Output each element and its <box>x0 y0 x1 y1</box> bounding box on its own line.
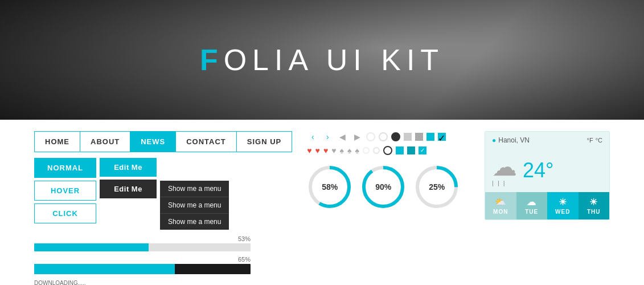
circle-empty-1[interactable] <box>366 132 375 141</box>
nav-signup[interactable]: SIGN UP <box>236 131 292 152</box>
edit-btn-2[interactable]: Edit Me <box>100 180 157 198</box>
state-hover[interactable]: HOVER <box>34 181 96 201</box>
circle-small-1[interactable] <box>363 147 370 154</box>
square-check[interactable]: ✓ <box>438 133 446 141</box>
state-click[interactable]: CLICK <box>34 203 96 223</box>
weather-main: ☁ | | | 24° <box>485 149 609 192</box>
square-dark-teal[interactable] <box>407 146 415 154</box>
edit-buttons: Edit Me Edit Me <box>100 158 157 198</box>
unit-f[interactable]: °F <box>587 137 593 144</box>
weather-cloud-section: ☁ | | | <box>492 154 517 186</box>
wed-sun-icon: ☀ <box>549 197 576 207</box>
circle-58-label: 58% <box>322 182 338 192</box>
unit-c[interactable]: °C <box>596 137 602 144</box>
circle-small-2[interactable] <box>373 147 380 154</box>
bar-65-track <box>34 264 251 274</box>
circle-25-label: 25% <box>429 182 445 192</box>
weather-thu[interactable]: ☀ THU <box>579 192 610 219</box>
nav-home[interactable]: HOME <box>34 131 80 152</box>
bar-65-fill <box>34 264 175 274</box>
circles-icons-col: ‹ › ◀ ▶ ✓ ♥ ♥ ♥ ♥ ♠ ♠ ♠ <box>307 131 460 210</box>
icon-set: ‹ › ◀ ▶ ✓ ♥ ♥ ♥ ♥ ♠ ♠ ♠ <box>307 131 460 155</box>
nav-contact[interactable]: CONTACT <box>175 131 236 152</box>
bar-53-label: 53% <box>34 235 251 242</box>
dropdown-menu: Show me a menu Show me a menu Show me a … <box>160 181 229 230</box>
mon-cloud-icon: ⛅ <box>487 197 514 207</box>
bar-65: 65% <box>34 256 251 274</box>
heart-down-2[interactable]: ♠ <box>347 146 351 155</box>
nav-buttons-row: HOME ABOUT NEWS CONTACT SIGN UP <box>34 131 292 152</box>
circle-25: 25% <box>414 164 460 210</box>
dropdown-item-1[interactable]: Show me a menu <box>160 181 229 197</box>
circle-58: 58% <box>307 164 352 210</box>
circle-empty-2[interactable] <box>379 132 388 141</box>
nav-and-states: HOME ABOUT NEWS CONTACT SIGN UP NORMAL H… <box>34 131 292 285</box>
temp-value: 24 <box>523 158 545 182</box>
components-area: HOME ABOUT NEWS CONTACT SIGN UP NORMAL H… <box>0 120 644 285</box>
circle-small-outline[interactable] <box>383 146 392 155</box>
location-pin-icon: ● <box>492 136 496 144</box>
weather-widget: ● Hanoi, VN °F °C ☁ | | | 24° ⛅ MON ☁ <box>485 131 610 220</box>
icons-row-2: ♥ ♥ ♥ ♥ ♠ ♠ ♠ ✓ <box>307 146 460 155</box>
chevron-left-icon[interactable]: ‹ <box>307 131 318 142</box>
weather-temperature: 24° <box>523 158 553 182</box>
bar-53: 53% <box>34 235 251 251</box>
hero-accent-letter: F <box>200 43 224 76</box>
heart-gray-1[interactable]: ♥ <box>331 146 336 155</box>
weather-wed[interactable]: ☀ WED <box>547 192 579 219</box>
weather-days-row: ⛅ MON ☁ TUE ☀ WED ☀ THU <box>485 192 609 219</box>
progress-circles: 58% 90% 25% <box>307 164 460 210</box>
nav-news[interactable]: NEWS <box>130 131 175 152</box>
day-mon: MON <box>493 209 508 215</box>
square-gray[interactable] <box>404 133 412 141</box>
temp-degree: ° <box>545 158 553 182</box>
state-buttons: NORMAL HOVER CLICK <box>34 158 96 223</box>
chevron-right-icon[interactable]: › <box>322 131 333 142</box>
tue-cloud-icon: ☁ <box>519 197 545 207</box>
state-normal[interactable]: NORMAL <box>34 158 96 178</box>
hero-title: FOLIA UI KIT <box>200 43 444 77</box>
weather-location-text: Hanoi, VN <box>498 136 530 144</box>
arrow-right-icon[interactable]: ▶ <box>351 131 363 142</box>
arrow-left-icon[interactable]: ◀ <box>337 131 348 142</box>
download-label: DOWNLOADING..... <box>34 280 251 285</box>
day-wed: WED <box>555 209 570 215</box>
dropdown-item-3[interactable]: Show me a menu <box>160 214 229 230</box>
day-tue: TUE <box>525 209 538 215</box>
dropdown-item-2[interactable]: Show me a menu <box>160 197 229 214</box>
weather-mon[interactable]: ⛅ MON <box>485 192 516 219</box>
nav-about[interactable]: ABOUT <box>80 131 130 152</box>
square-teal[interactable] <box>426 133 434 141</box>
bar-53-track <box>34 243 251 251</box>
heart-down-1[interactable]: ♠ <box>340 146 344 155</box>
day-thu: THU <box>587 209 601 215</box>
edit-btn-1[interactable]: Edit Me <box>100 158 157 177</box>
thu-sun-icon: ☀ <box>581 197 608 207</box>
square-teal-2[interactable] <box>396 146 404 154</box>
progress-bars: 53% 65% DOWNLOADING..... <box>34 235 251 285</box>
cloud-icon: ☁ <box>492 154 517 180</box>
state-row: NORMAL HOVER CLICK Edit Me Edit Me Show … <box>34 158 292 230</box>
icons-row-1: ‹ › ◀ ▶ ✓ <box>307 131 460 142</box>
square-dark-gray[interactable] <box>415 133 423 141</box>
bar-65-label: 65% <box>34 256 251 263</box>
heart-red-1[interactable]: ♥ <box>307 146 311 155</box>
circle-filled[interactable] <box>391 132 400 141</box>
hero-title-rest: OLIA UI KIT <box>224 43 444 76</box>
weather-location: ● Hanoi, VN <box>492 136 530 144</box>
hero-banner: FOLIA UI KIT <box>0 0 644 120</box>
heart-red-3[interactable]: ♥ <box>323 146 328 155</box>
weather-unit-toggle: °F °C <box>587 137 602 144</box>
heart-red-2[interactable]: ♥ <box>315 146 320 155</box>
bar-53-fill <box>34 243 149 251</box>
checkbox-checked[interactable]: ✓ <box>419 146 426 154</box>
heart-down-3[interactable]: ♠ <box>355 146 359 155</box>
weather-tue[interactable]: ☁ TUE <box>516 192 548 219</box>
circle-90: 90% <box>360 164 406 210</box>
weather-header: ● Hanoi, VN °F °C <box>485 132 609 149</box>
circle-90-label: 90% <box>375 182 391 192</box>
